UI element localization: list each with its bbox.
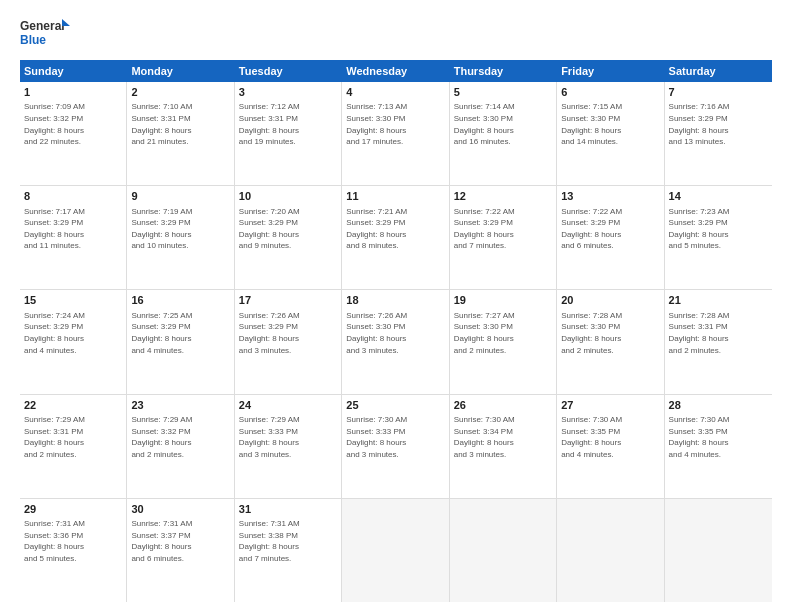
day-info: Sunrise: 7:13 AMSunset: 3:30 PMDaylight:… [346, 101, 444, 147]
calendar-day-7: 7Sunrise: 7:16 AMSunset: 3:29 PMDaylight… [665, 82, 772, 185]
calendar-empty-cell [557, 499, 664, 602]
calendar-day-10: 10Sunrise: 7:20 AMSunset: 3:29 PMDayligh… [235, 186, 342, 289]
day-number: 7 [669, 85, 768, 100]
day-number: 3 [239, 85, 337, 100]
day-info: Sunrise: 7:16 AMSunset: 3:29 PMDaylight:… [669, 101, 768, 147]
day-info: Sunrise: 7:15 AMSunset: 3:30 PMDaylight:… [561, 101, 659, 147]
header-day-friday: Friday [557, 60, 664, 82]
day-number: 21 [669, 293, 768, 308]
logo: General Blue [20, 16, 70, 52]
day-info: Sunrise: 7:25 AMSunset: 3:29 PMDaylight:… [131, 310, 229, 356]
day-info: Sunrise: 7:29 AMSunset: 3:31 PMDaylight:… [24, 414, 122, 460]
svg-text:Blue: Blue [20, 33, 46, 47]
calendar-day-29: 29Sunrise: 7:31 AMSunset: 3:36 PMDayligh… [20, 499, 127, 602]
day-info: Sunrise: 7:30 AMSunset: 3:35 PMDaylight:… [669, 414, 768, 460]
day-number: 8 [24, 189, 122, 204]
calendar-day-22: 22Sunrise: 7:29 AMSunset: 3:31 PMDayligh… [20, 395, 127, 498]
logo-svg: General Blue [20, 16, 70, 52]
calendar-day-15: 15Sunrise: 7:24 AMSunset: 3:29 PMDayligh… [20, 290, 127, 393]
calendar-week-2: 8Sunrise: 7:17 AMSunset: 3:29 PMDaylight… [20, 186, 772, 290]
calendar-week-3: 15Sunrise: 7:24 AMSunset: 3:29 PMDayligh… [20, 290, 772, 394]
day-info: Sunrise: 7:20 AMSunset: 3:29 PMDaylight:… [239, 206, 337, 252]
calendar-week-1: 1Sunrise: 7:09 AMSunset: 3:32 PMDaylight… [20, 82, 772, 186]
day-number: 24 [239, 398, 337, 413]
header-day-tuesday: Tuesday [235, 60, 342, 82]
calendar-week-4: 22Sunrise: 7:29 AMSunset: 3:31 PMDayligh… [20, 395, 772, 499]
calendar-day-3: 3Sunrise: 7:12 AMSunset: 3:31 PMDaylight… [235, 82, 342, 185]
day-info: Sunrise: 7:22 AMSunset: 3:29 PMDaylight:… [454, 206, 552, 252]
header-day-monday: Monday [127, 60, 234, 82]
calendar-day-11: 11Sunrise: 7:21 AMSunset: 3:29 PMDayligh… [342, 186, 449, 289]
calendar-day-5: 5Sunrise: 7:14 AMSunset: 3:30 PMDaylight… [450, 82, 557, 185]
header-day-saturday: Saturday [665, 60, 772, 82]
day-number: 27 [561, 398, 659, 413]
day-info: Sunrise: 7:09 AMSunset: 3:32 PMDaylight:… [24, 101, 122, 147]
calendar-day-1: 1Sunrise: 7:09 AMSunset: 3:32 PMDaylight… [20, 82, 127, 185]
day-info: Sunrise: 7:26 AMSunset: 3:29 PMDaylight:… [239, 310, 337, 356]
day-number: 15 [24, 293, 122, 308]
header-day-sunday: Sunday [20, 60, 127, 82]
calendar-day-20: 20Sunrise: 7:28 AMSunset: 3:30 PMDayligh… [557, 290, 664, 393]
header-day-thursday: Thursday [450, 60, 557, 82]
calendar-day-13: 13Sunrise: 7:22 AMSunset: 3:29 PMDayligh… [557, 186, 664, 289]
day-number: 6 [561, 85, 659, 100]
calendar-day-25: 25Sunrise: 7:30 AMSunset: 3:33 PMDayligh… [342, 395, 449, 498]
calendar-day-14: 14Sunrise: 7:23 AMSunset: 3:29 PMDayligh… [665, 186, 772, 289]
header-day-wednesday: Wednesday [342, 60, 449, 82]
day-number: 23 [131, 398, 229, 413]
day-number: 16 [131, 293, 229, 308]
calendar-day-23: 23Sunrise: 7:29 AMSunset: 3:32 PMDayligh… [127, 395, 234, 498]
day-info: Sunrise: 7:23 AMSunset: 3:29 PMDaylight:… [669, 206, 768, 252]
calendar-empty-cell [665, 499, 772, 602]
day-number: 5 [454, 85, 552, 100]
calendar-week-5: 29Sunrise: 7:31 AMSunset: 3:36 PMDayligh… [20, 499, 772, 602]
day-info: Sunrise: 7:28 AMSunset: 3:30 PMDaylight:… [561, 310, 659, 356]
day-info: Sunrise: 7:30 AMSunset: 3:34 PMDaylight:… [454, 414, 552, 460]
calendar-body: 1Sunrise: 7:09 AMSunset: 3:32 PMDaylight… [20, 82, 772, 602]
day-info: Sunrise: 7:30 AMSunset: 3:35 PMDaylight:… [561, 414, 659, 460]
day-info: Sunrise: 7:30 AMSunset: 3:33 PMDaylight:… [346, 414, 444, 460]
calendar-day-19: 19Sunrise: 7:27 AMSunset: 3:30 PMDayligh… [450, 290, 557, 393]
day-number: 25 [346, 398, 444, 413]
day-number: 13 [561, 189, 659, 204]
calendar-day-30: 30Sunrise: 7:31 AMSunset: 3:37 PMDayligh… [127, 499, 234, 602]
day-number: 20 [561, 293, 659, 308]
day-info: Sunrise: 7:22 AMSunset: 3:29 PMDaylight:… [561, 206, 659, 252]
day-info: Sunrise: 7:10 AMSunset: 3:31 PMDaylight:… [131, 101, 229, 147]
day-number: 22 [24, 398, 122, 413]
day-info: Sunrise: 7:17 AMSunset: 3:29 PMDaylight:… [24, 206, 122, 252]
day-number: 19 [454, 293, 552, 308]
day-number: 17 [239, 293, 337, 308]
calendar-day-6: 6Sunrise: 7:15 AMSunset: 3:30 PMDaylight… [557, 82, 664, 185]
day-number: 12 [454, 189, 552, 204]
day-info: Sunrise: 7:28 AMSunset: 3:31 PMDaylight:… [669, 310, 768, 356]
day-info: Sunrise: 7:26 AMSunset: 3:30 PMDaylight:… [346, 310, 444, 356]
day-info: Sunrise: 7:21 AMSunset: 3:29 PMDaylight:… [346, 206, 444, 252]
calendar: SundayMondayTuesdayWednesdayThursdayFrid… [20, 60, 772, 602]
calendar-day-8: 8Sunrise: 7:17 AMSunset: 3:29 PMDaylight… [20, 186, 127, 289]
day-info: Sunrise: 7:12 AMSunset: 3:31 PMDaylight:… [239, 101, 337, 147]
day-number: 29 [24, 502, 122, 517]
day-number: 18 [346, 293, 444, 308]
day-info: Sunrise: 7:31 AMSunset: 3:38 PMDaylight:… [239, 518, 337, 564]
calendar-day-28: 28Sunrise: 7:30 AMSunset: 3:35 PMDayligh… [665, 395, 772, 498]
calendar-day-17: 17Sunrise: 7:26 AMSunset: 3:29 PMDayligh… [235, 290, 342, 393]
day-info: Sunrise: 7:31 AMSunset: 3:37 PMDaylight:… [131, 518, 229, 564]
day-number: 14 [669, 189, 768, 204]
calendar-day-2: 2Sunrise: 7:10 AMSunset: 3:31 PMDaylight… [127, 82, 234, 185]
day-number: 26 [454, 398, 552, 413]
calendar-day-9: 9Sunrise: 7:19 AMSunset: 3:29 PMDaylight… [127, 186, 234, 289]
day-number: 31 [239, 502, 337, 517]
calendar-empty-cell [342, 499, 449, 602]
calendar-day-26: 26Sunrise: 7:30 AMSunset: 3:34 PMDayligh… [450, 395, 557, 498]
day-number: 1 [24, 85, 122, 100]
day-info: Sunrise: 7:14 AMSunset: 3:30 PMDaylight:… [454, 101, 552, 147]
calendar-day-24: 24Sunrise: 7:29 AMSunset: 3:33 PMDayligh… [235, 395, 342, 498]
day-number: 30 [131, 502, 229, 517]
calendar-day-27: 27Sunrise: 7:30 AMSunset: 3:35 PMDayligh… [557, 395, 664, 498]
day-number: 11 [346, 189, 444, 204]
calendar-header: SundayMondayTuesdayWednesdayThursdayFrid… [20, 60, 772, 82]
day-info: Sunrise: 7:29 AMSunset: 3:33 PMDaylight:… [239, 414, 337, 460]
svg-text:General: General [20, 19, 65, 33]
calendar-day-4: 4Sunrise: 7:13 AMSunset: 3:30 PMDaylight… [342, 82, 449, 185]
